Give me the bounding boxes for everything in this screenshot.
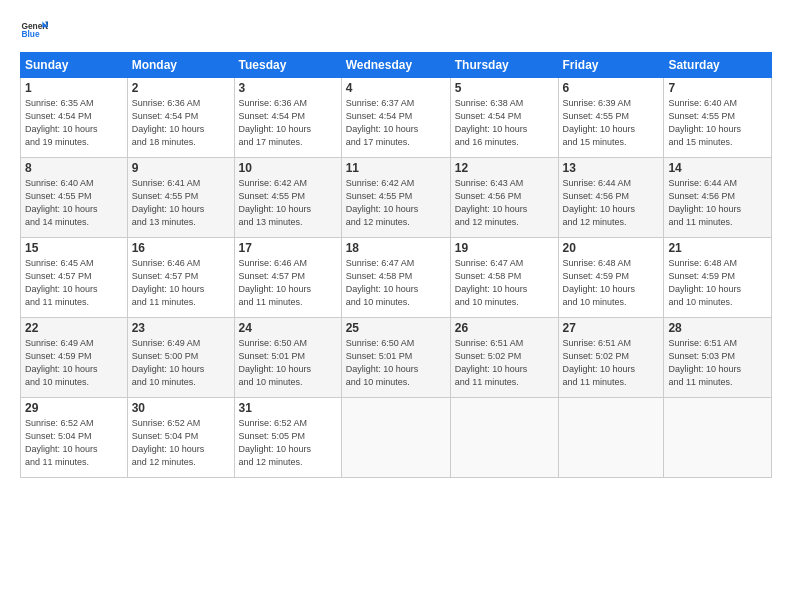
- day-info: Sunrise: 6:37 AM Sunset: 4:54 PM Dayligh…: [346, 97, 446, 149]
- day-info: Sunrise: 6:52 AM Sunset: 5:04 PM Dayligh…: [25, 417, 123, 469]
- day-info: Sunrise: 6:50 AM Sunset: 5:01 PM Dayligh…: [346, 337, 446, 389]
- day-number: 6: [563, 81, 660, 95]
- day-info: Sunrise: 6:38 AM Sunset: 4:54 PM Dayligh…: [455, 97, 554, 149]
- day-info: Sunrise: 6:51 AM Sunset: 5:02 PM Dayligh…: [455, 337, 554, 389]
- calendar-cell: 8Sunrise: 6:40 AM Sunset: 4:55 PM Daylig…: [21, 158, 128, 238]
- calendar-cell: 9Sunrise: 6:41 AM Sunset: 4:55 PM Daylig…: [127, 158, 234, 238]
- calendar-header-thursday: Thursday: [450, 53, 558, 78]
- calendar-cell: 5Sunrise: 6:38 AM Sunset: 4:54 PM Daylig…: [450, 78, 558, 158]
- day-info: Sunrise: 6:47 AM Sunset: 4:58 PM Dayligh…: [455, 257, 554, 309]
- day-info: Sunrise: 6:51 AM Sunset: 5:03 PM Dayligh…: [668, 337, 767, 389]
- day-info: Sunrise: 6:44 AM Sunset: 4:56 PM Dayligh…: [668, 177, 767, 229]
- day-number: 31: [239, 401, 337, 415]
- day-info: Sunrise: 6:49 AM Sunset: 4:59 PM Dayligh…: [25, 337, 123, 389]
- calendar-cell: 20Sunrise: 6:48 AM Sunset: 4:59 PM Dayli…: [558, 238, 664, 318]
- calendar-cell: 7Sunrise: 6:40 AM Sunset: 4:55 PM Daylig…: [664, 78, 772, 158]
- day-info: Sunrise: 6:40 AM Sunset: 4:55 PM Dayligh…: [25, 177, 123, 229]
- calendar-cell: 11Sunrise: 6:42 AM Sunset: 4:55 PM Dayli…: [341, 158, 450, 238]
- calendar-cell: [558, 398, 664, 478]
- day-info: Sunrise: 6:39 AM Sunset: 4:55 PM Dayligh…: [563, 97, 660, 149]
- day-number: 15: [25, 241, 123, 255]
- day-number: 22: [25, 321, 123, 335]
- calendar-cell: 2Sunrise: 6:36 AM Sunset: 4:54 PM Daylig…: [127, 78, 234, 158]
- logo: General Blue: [20, 16, 48, 44]
- calendar-cell: 31Sunrise: 6:52 AM Sunset: 5:05 PM Dayli…: [234, 398, 341, 478]
- day-number: 11: [346, 161, 446, 175]
- calendar-cell: 27Sunrise: 6:51 AM Sunset: 5:02 PM Dayli…: [558, 318, 664, 398]
- day-number: 5: [455, 81, 554, 95]
- day-number: 21: [668, 241, 767, 255]
- day-info: Sunrise: 6:51 AM Sunset: 5:02 PM Dayligh…: [563, 337, 660, 389]
- day-number: 1: [25, 81, 123, 95]
- calendar-cell: [341, 398, 450, 478]
- day-info: Sunrise: 6:41 AM Sunset: 4:55 PM Dayligh…: [132, 177, 230, 229]
- day-number: 10: [239, 161, 337, 175]
- day-info: Sunrise: 6:50 AM Sunset: 5:01 PM Dayligh…: [239, 337, 337, 389]
- day-info: Sunrise: 6:40 AM Sunset: 4:55 PM Dayligh…: [668, 97, 767, 149]
- day-number: 18: [346, 241, 446, 255]
- calendar-cell: 28Sunrise: 6:51 AM Sunset: 5:03 PM Dayli…: [664, 318, 772, 398]
- day-info: Sunrise: 6:42 AM Sunset: 4:55 PM Dayligh…: [239, 177, 337, 229]
- calendar-cell: 26Sunrise: 6:51 AM Sunset: 5:02 PM Dayli…: [450, 318, 558, 398]
- calendar-header-tuesday: Tuesday: [234, 53, 341, 78]
- calendar-cell: 6Sunrise: 6:39 AM Sunset: 4:55 PM Daylig…: [558, 78, 664, 158]
- day-info: Sunrise: 6:49 AM Sunset: 5:00 PM Dayligh…: [132, 337, 230, 389]
- calendar-header-saturday: Saturday: [664, 53, 772, 78]
- day-number: 8: [25, 161, 123, 175]
- day-info: Sunrise: 6:46 AM Sunset: 4:57 PM Dayligh…: [132, 257, 230, 309]
- day-number: 25: [346, 321, 446, 335]
- day-number: 12: [455, 161, 554, 175]
- calendar-cell: 3Sunrise: 6:36 AM Sunset: 4:54 PM Daylig…: [234, 78, 341, 158]
- calendar-header-sunday: Sunday: [21, 53, 128, 78]
- calendar-cell: 25Sunrise: 6:50 AM Sunset: 5:01 PM Dayli…: [341, 318, 450, 398]
- day-number: 14: [668, 161, 767, 175]
- calendar-table: SundayMondayTuesdayWednesdayThursdayFrid…: [20, 52, 772, 478]
- calendar-cell: 17Sunrise: 6:46 AM Sunset: 4:57 PM Dayli…: [234, 238, 341, 318]
- day-number: 7: [668, 81, 767, 95]
- day-info: Sunrise: 6:48 AM Sunset: 4:59 PM Dayligh…: [563, 257, 660, 309]
- day-number: 23: [132, 321, 230, 335]
- day-number: 2: [132, 81, 230, 95]
- calendar-cell: 29Sunrise: 6:52 AM Sunset: 5:04 PM Dayli…: [21, 398, 128, 478]
- day-number: 16: [132, 241, 230, 255]
- calendar-header-wednesday: Wednesday: [341, 53, 450, 78]
- calendar-cell: 4Sunrise: 6:37 AM Sunset: 4:54 PM Daylig…: [341, 78, 450, 158]
- calendar-cell: 15Sunrise: 6:45 AM Sunset: 4:57 PM Dayli…: [21, 238, 128, 318]
- day-info: Sunrise: 6:45 AM Sunset: 4:57 PM Dayligh…: [25, 257, 123, 309]
- calendar-cell: 16Sunrise: 6:46 AM Sunset: 4:57 PM Dayli…: [127, 238, 234, 318]
- calendar-cell: [450, 398, 558, 478]
- day-number: 13: [563, 161, 660, 175]
- calendar-cell: 1Sunrise: 6:35 AM Sunset: 4:54 PM Daylig…: [21, 78, 128, 158]
- day-number: 3: [239, 81, 337, 95]
- svg-text:Blue: Blue: [21, 29, 39, 39]
- day-info: Sunrise: 6:48 AM Sunset: 4:59 PM Dayligh…: [668, 257, 767, 309]
- day-info: Sunrise: 6:36 AM Sunset: 4:54 PM Dayligh…: [132, 97, 230, 149]
- calendar-cell: 24Sunrise: 6:50 AM Sunset: 5:01 PM Dayli…: [234, 318, 341, 398]
- day-number: 27: [563, 321, 660, 335]
- day-number: 24: [239, 321, 337, 335]
- calendar-cell: 21Sunrise: 6:48 AM Sunset: 4:59 PM Dayli…: [664, 238, 772, 318]
- day-number: 17: [239, 241, 337, 255]
- calendar-header-friday: Friday: [558, 53, 664, 78]
- day-number: 26: [455, 321, 554, 335]
- calendar-header-monday: Monday: [127, 53, 234, 78]
- day-number: 30: [132, 401, 230, 415]
- day-info: Sunrise: 6:52 AM Sunset: 5:05 PM Dayligh…: [239, 417, 337, 469]
- day-info: Sunrise: 6:46 AM Sunset: 4:57 PM Dayligh…: [239, 257, 337, 309]
- calendar-cell: 14Sunrise: 6:44 AM Sunset: 4:56 PM Dayli…: [664, 158, 772, 238]
- day-number: 29: [25, 401, 123, 415]
- day-number: 9: [132, 161, 230, 175]
- day-info: Sunrise: 6:35 AM Sunset: 4:54 PM Dayligh…: [25, 97, 123, 149]
- calendar-cell: 30Sunrise: 6:52 AM Sunset: 5:04 PM Dayli…: [127, 398, 234, 478]
- day-number: 4: [346, 81, 446, 95]
- day-number: 28: [668, 321, 767, 335]
- calendar-cell: [664, 398, 772, 478]
- day-info: Sunrise: 6:43 AM Sunset: 4:56 PM Dayligh…: [455, 177, 554, 229]
- day-number: 19: [455, 241, 554, 255]
- day-info: Sunrise: 6:36 AM Sunset: 4:54 PM Dayligh…: [239, 97, 337, 149]
- calendar-cell: 23Sunrise: 6:49 AM Sunset: 5:00 PM Dayli…: [127, 318, 234, 398]
- calendar-cell: 10Sunrise: 6:42 AM Sunset: 4:55 PM Dayli…: [234, 158, 341, 238]
- day-info: Sunrise: 6:52 AM Sunset: 5:04 PM Dayligh…: [132, 417, 230, 469]
- calendar-cell: 13Sunrise: 6:44 AM Sunset: 4:56 PM Dayli…: [558, 158, 664, 238]
- calendar-cell: 19Sunrise: 6:47 AM Sunset: 4:58 PM Dayli…: [450, 238, 558, 318]
